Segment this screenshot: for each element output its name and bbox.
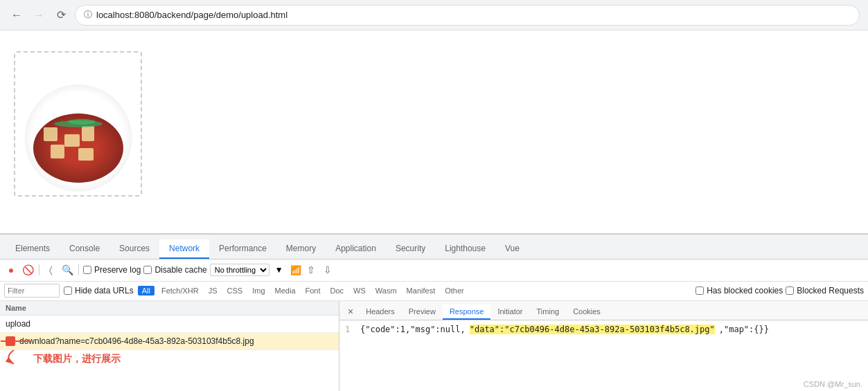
filter-font[interactable]: Font [303,286,324,295]
response-after: ,"map":{}} [719,325,769,334]
detail-tab-headers[interactable]: Headers [359,304,402,320]
devtools-tabs: Elements Console Sources Network Perform… [0,235,868,260]
network-list: Name upload [0,301,339,391]
tab-security[interactable]: Security [386,239,435,259]
disable-cache-label[interactable]: Disable cache [143,265,206,275]
table-row[interactable]: upload 上传图片 [0,316,339,333]
browser-bar: ← → ⟳ ⓘ localhost:8080/backend/page/demo… [0,0,868,30]
hide-data-urls-text: Hide data URLs [75,286,134,295]
detail-panel: × Headers Preview Response Initiator Tim… [339,301,868,391]
filter-other[interactable]: Other [442,286,467,295]
line-number: 1 [345,325,356,334]
page-content [0,30,868,234]
filter-img[interactable]: Img [249,286,267,295]
browser-chrome: ← → ⟳ ⓘ localhost:8080/backend/page/demo… [0,0,868,391]
download-annotation-text: 下载图片，进行展示 [33,353,121,364]
detail-tab-cookies[interactable]: Cookies [566,304,608,320]
response-content: 1 {"code":1,"msg":null,"data":"c7cb0496-… [339,320,868,391]
filter-icon[interactable]: 〈 [44,263,57,277]
blocked-requests-text: Blocked Requests [797,286,864,295]
detail-tab-timing[interactable]: Timing [530,304,567,320]
disable-cache-text: Disable cache [154,265,206,275]
preserve-log-text: Preserve log [94,265,141,275]
tab-performance[interactable]: Performance [209,239,276,259]
download-annotation-container: 下载图片，进行展示 [0,350,339,368]
has-blocked-container: Has blocked cookies Blocked Requests [696,286,864,295]
tab-network[interactable]: Network [159,239,209,259]
toolbar-divider-2 [78,264,79,275]
has-blocked-cookies-checkbox[interactable] [696,287,704,295]
detail-tab-preview[interactable]: Preview [402,304,443,320]
detail-tab-response[interactable]: Response [443,304,491,320]
disable-cache-checkbox[interactable] [143,266,152,274]
tab-memory[interactable]: Memory [276,239,326,259]
filter-ws[interactable]: WS [351,286,369,295]
filter-all-button[interactable]: All [138,286,154,295]
network-row-name-upload: upload [6,319,333,329]
devtools-toolbar: ● 🚫 〈 🔍 Preserve log Disable cache No th… [0,260,868,282]
has-blocked-cookies-label[interactable]: Has blocked cookies [696,286,783,295]
watermark: CSDN @Mr_sun. [804,380,862,388]
download-annotation-arrow [0,347,35,367]
filter-doc[interactable]: Doc [328,286,347,295]
address-bar[interactable]: ⓘ localhost:8080/backend/page/demo/uploa… [75,5,860,26]
devtools-panel: Elements Console Sources Network Perform… [0,234,868,391]
name-column-header: Name [6,304,26,312]
blocked-requests-label[interactable]: Blocked Requests [786,286,864,295]
tab-application[interactable]: Application [326,239,386,259]
image-upload-box [14,51,142,197]
tab-sources[interactable]: Sources [109,239,159,259]
back-button[interactable]: ← [8,7,25,24]
tab-elements[interactable]: Elements [6,239,60,259]
network-list-header: Name [0,301,339,316]
preserve-log-checkbox[interactable] [83,266,91,274]
lock-icon: ⓘ [84,9,92,21]
devtools-content: ● 🚫 〈 🔍 Preserve log Disable cache No th… [0,260,868,391]
detail-tabs: × Headers Preview Response Initiator Tim… [339,301,868,320]
response-highlight: "data":"c7cb0496-4d8e-45a3-892a-503103f4… [470,325,715,334]
forward-button[interactable]: → [30,7,47,24]
throttle-select[interactable]: No throttling [210,264,269,276]
filter-wasm[interactable]: Wasm [373,286,400,295]
filter-fetch-xhr[interactable]: Fetch/XHR [159,286,202,295]
preserve-log-label[interactable]: Preserve log [83,265,141,275]
toolbar-divider-1 [39,264,39,275]
detail-tab-initiator[interactable]: Initiator [490,304,529,320]
hide-data-urls-label[interactable]: Hide data URLs [64,286,134,295]
tab-lighthouse[interactable]: Lighthouse [435,239,495,259]
filter-css[interactable]: CSS [224,286,246,295]
record-button[interactable]: ● [4,263,18,277]
has-blocked-cookies-text: Has blocked cookies [707,286,783,295]
filter-input[interactable] [4,284,60,298]
tab-vue[interactable]: Vue [495,239,529,259]
upload-arrow-button[interactable]: ⇧ [304,263,318,277]
detail-close-button[interactable]: × [342,303,359,320]
filter-manifest[interactable]: Manifest [404,286,439,295]
network-row-name-download: download?name=c7cb0496-4d8e-45a3-892a-50… [19,336,333,346]
filter-js[interactable]: JS [206,286,220,295]
tab-console[interactable]: Console [60,239,109,259]
wifi-icon: 📶 [290,265,301,275]
search-icon[interactable]: 🔍 [60,263,74,277]
filter-bar: Hide data URLs All Fetch/XHR JS CSS Img … [0,282,868,301]
url-text: localhost:8080/backend/page/demo/upload.… [96,10,287,20]
response-before: {"code":1,"msg":null, [360,325,466,334]
download-row-indicator [6,336,15,346]
reload-button[interactable]: ⟳ [53,7,69,24]
main-panel: Name upload [0,301,868,391]
hide-data-urls-checkbox[interactable] [64,287,72,295]
download-arrow-button[interactable]: ⇩ [321,263,335,277]
table-row[interactable]: download?name=c7cb0496-4d8e-45a3-892a-50… [0,333,339,350]
blocked-requests-checkbox[interactable] [786,287,794,295]
clear-button[interactable]: 🚫 [21,263,35,277]
filter-media[interactable]: Media [272,286,299,295]
response-line: 1 {"code":1,"msg":null,"data":"c7cb0496-… [345,325,862,334]
